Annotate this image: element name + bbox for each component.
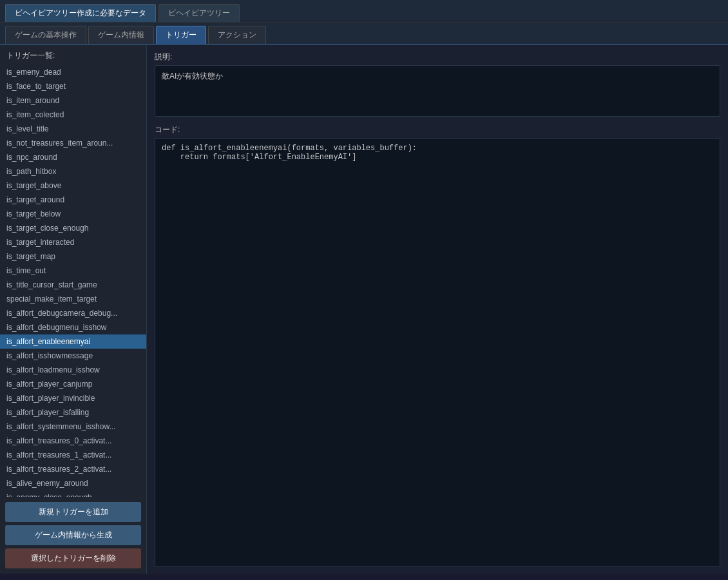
button-area: 新規トリガーを追加 ゲーム内情報から生成 選択したトリガーを削除: [0, 497, 146, 574]
sub-tab-gameinfo[interactable]: ゲーム内情報: [88, 26, 154, 44]
trigger-item[interactable]: is_target_around: [0, 193, 146, 207]
description-box: 敵AIが有効状態か: [155, 65, 720, 117]
trigger-item[interactable]: is_alfort_debugcamera_debug...: [0, 306, 146, 320]
trigger-item[interactable]: is_alfort_isshowmessage: [0, 349, 146, 363]
sub-tab-trigger[interactable]: トリガー: [156, 26, 206, 44]
trigger-item[interactable]: is_target_close_enough: [0, 221, 146, 235]
sub-tab-bar: ゲームの基本操作 ゲーム内情報 トリガー アクション: [0, 23, 728, 45]
code-box: def is_alfort_enableenemyai(formats, var…: [155, 138, 720, 567]
trigger-item[interactable]: is_target_below: [0, 207, 146, 221]
add-trigger-button[interactable]: 新規トリガーを追加: [5, 502, 141, 522]
trigger-item[interactable]: special_make_item_target: [0, 292, 146, 306]
trigger-item[interactable]: is_target_map: [0, 249, 146, 264]
trigger-item[interactable]: is_target_interacted: [0, 235, 146, 249]
trigger-item[interactable]: is_target_above: [0, 179, 146, 193]
trigger-item[interactable]: is_alfort_player_canjump: [0, 377, 146, 391]
trigger-item[interactable]: is_alfort_debugmenu_isshow: [0, 320, 146, 334]
trigger-item[interactable]: is_alfort_treasures_2_activat...: [0, 462, 146, 476]
trigger-item[interactable]: is_alfort_player_invincible: [0, 391, 146, 405]
trigger-item[interactable]: is_enemy_close_enough: [0, 490, 146, 497]
trigger-item[interactable]: is_alfort_loadmenu_isshow: [0, 363, 146, 377]
code-label: コード:: [155, 124, 720, 135]
trigger-item[interactable]: is_title_cursor_start_game: [0, 278, 146, 292]
trigger-item[interactable]: is_item_around: [0, 93, 146, 108]
top-tab-tree[interactable]: ビヘイビアツリー: [158, 4, 240, 22]
trigger-item[interactable]: is_emeny_dead: [0, 65, 146, 79]
right-panel: 説明: 敵AIが有効状態か コード: def is_alfort_enablee…: [147, 45, 728, 574]
trigger-item[interactable]: is_alfort_treasures_0_activat...: [0, 434, 146, 448]
top-tab-data[interactable]: ビヘイビアツリー作成に必要なデータ: [5, 4, 156, 22]
trigger-item[interactable]: is_npc_around: [0, 150, 146, 164]
trigger-item[interactable]: is_level_title: [0, 122, 146, 136]
trigger-item[interactable]: is_path_hitbox: [0, 164, 146, 179]
trigger-item[interactable]: is_alive_enemy_around: [0, 476, 146, 490]
left-panel: トリガー一覧: is_emeny_deadis_face_to_targetis…: [0, 45, 147, 574]
top-tab-bar: ビヘイビアツリー作成に必要なデータ ビヘイビアツリー: [0, 0, 728, 23]
trigger-item[interactable]: is_alfort_treasures_1_activat...: [0, 448, 146, 462]
sub-tab-basic[interactable]: ゲームの基本操作: [5, 26, 86, 44]
code-section: コード: def is_alfort_enableenemyai(formats…: [155, 124, 720, 567]
description-label: 説明:: [155, 52, 720, 63]
trigger-item[interactable]: is_alfort_player_isfalling: [0, 405, 146, 420]
generate-trigger-button[interactable]: ゲーム内情報から生成: [5, 525, 141, 545]
trigger-item[interactable]: is_alfort_systemmenu_isshow...: [0, 420, 146, 434]
sub-tab-action[interactable]: アクション: [208, 26, 266, 44]
trigger-item[interactable]: is_time_out: [0, 264, 146, 278]
delete-trigger-button[interactable]: 選択したトリガーを削除: [5, 548, 141, 568]
panel-title: トリガー一覧:: [0, 50, 146, 65]
trigger-list[interactable]: is_emeny_deadis_face_to_targetis_item_ar…: [0, 65, 146, 497]
trigger-item[interactable]: is_not_treasures_item_aroun...: [0, 136, 146, 150]
trigger-item[interactable]: is_alfort_enableenemyai: [0, 334, 146, 349]
trigger-item[interactable]: is_face_to_target: [0, 79, 146, 93]
trigger-item[interactable]: is_item_colected: [0, 108, 146, 122]
main-content: トリガー一覧: is_emeny_deadis_face_to_targetis…: [0, 45, 728, 574]
description-section: 説明: 敵AIが有効状態か: [155, 52, 720, 117]
